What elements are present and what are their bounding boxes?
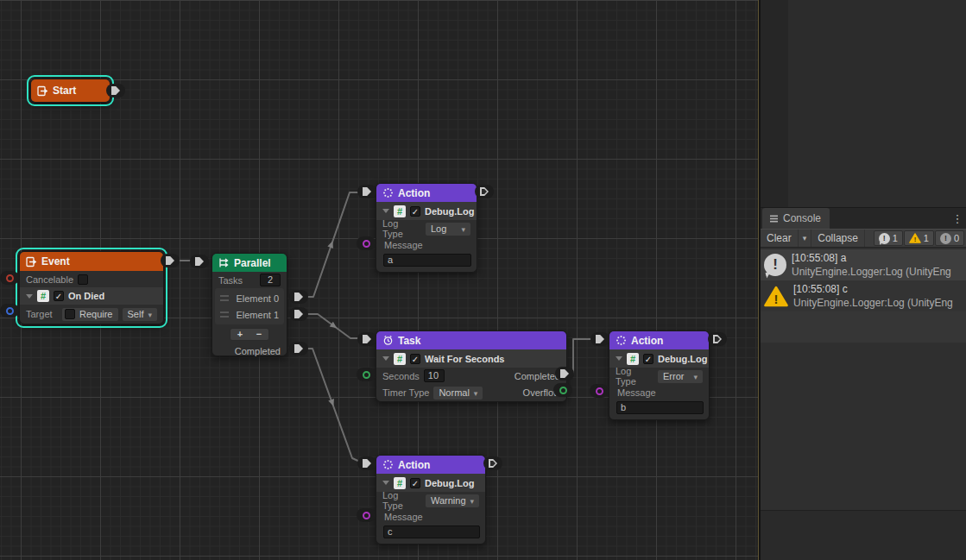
action-bottom-output-port[interactable] (483, 456, 502, 470)
action-node-top[interactable]: Action Debug.Log Log Type Log Message a (376, 183, 477, 273)
svg-text:!: ! (774, 293, 779, 306)
completed-label: Completed (515, 371, 560, 381)
clear-dropdown-icon[interactable] (799, 230, 812, 247)
console-detail-pane (761, 511, 966, 560)
graph-canvas[interactable]: Start Event Cancelable On Died (0, 0, 758, 560)
warning-icon: ! (909, 233, 921, 243)
task-overflow-port[interactable] (553, 383, 572, 397)
require-toggle[interactable]: Require (62, 308, 118, 321)
event-target-port[interactable] (0, 304, 19, 318)
task-list: Element 0 Element 1 (215, 288, 284, 324)
foldout-icon[interactable] (382, 209, 389, 213)
unity-editor: Start Event Cancelable On Died (0, 0, 966, 560)
panel-menu-icon[interactable] (949, 212, 966, 225)
cancelable-label: Cancelable (26, 274, 73, 285)
chevron-down-icon (470, 495, 475, 506)
wire-completed-action[interactable] (302, 349, 362, 462)
start-output-port[interactable] (106, 84, 125, 98)
log-entry[interactable]: [10:55:08] a UnityEngine.Logger:Log (Uni… (761, 249, 966, 280)
message-field[interactable]: c (383, 525, 480, 538)
clear-button[interactable]: Clear (761, 230, 799, 247)
message-label: Message (384, 240, 423, 250)
action-bottom-input-port[interactable] (357, 456, 376, 470)
right-panel-empty-area (761, 0, 966, 207)
action-top-input-port[interactable] (357, 185, 376, 198)
script-icon (394, 353, 406, 365)
collapse-button[interactable]: Collapse (811, 230, 865, 247)
node-title: Action (398, 187, 430, 199)
log-type-dropdown[interactable]: Log (426, 223, 470, 236)
foldout-icon[interactable] (616, 356, 622, 361)
chevron-down-icon (461, 223, 465, 234)
completed-label: Completed (235, 346, 281, 356)
handler-label: On Died (68, 291, 104, 301)
log-type-dropdown[interactable]: Error (658, 370, 703, 383)
foldout-icon[interactable] (26, 294, 33, 299)
handler-label: Wait For Seconds (425, 354, 505, 364)
seconds-field[interactable]: 10 (424, 369, 445, 382)
error-filter-toggle[interactable]: 0 (935, 230, 964, 246)
script-icon (394, 205, 406, 217)
message-field[interactable]: a (383, 254, 471, 267)
list-item[interactable]: Element 1 (215, 306, 284, 323)
remove-element-button[interactable]: − (256, 329, 262, 340)
message-field[interactable]: b (616, 401, 704, 414)
parallel-input-port[interactable] (190, 255, 209, 268)
list-item[interactable]: Element 0 (215, 290, 284, 306)
drag-handle-icon[interactable] (220, 295, 229, 301)
log-icon (764, 254, 786, 276)
handler-enabled-checkbox[interactable] (410, 478, 420, 488)
timer-type-dropdown[interactable]: Normal (433, 387, 483, 400)
node-title: Start (53, 85, 76, 97)
action-right-output-port[interactable] (708, 332, 727, 346)
add-element-button[interactable]: + (237, 329, 243, 340)
log-filter-toggle[interactable]: 1 (874, 230, 903, 246)
action-top-message-port[interactable] (357, 236, 376, 250)
handler-enabled-checkbox[interactable] (410, 206, 420, 217)
log-entry[interactable]: ! [10:55:08] c UnityEngine.Logger:Log (U… (761, 280, 966, 311)
task-seconds-port[interactable] (357, 368, 376, 381)
seconds-label: Seconds (382, 371, 420, 381)
parallel-completed-port[interactable] (289, 342, 308, 356)
log-type-label: Log Type (382, 490, 421, 511)
tab-console[interactable]: Console (762, 208, 830, 229)
target-mode-dropdown[interactable]: Self (123, 308, 158, 321)
script-icon (394, 477, 406, 489)
warning-icon: ! (764, 286, 788, 307)
foldout-icon[interactable] (382, 356, 389, 361)
event-output-port[interactable] (161, 254, 180, 267)
require-checkbox[interactable] (65, 309, 75, 319)
node-title: Event (41, 255, 70, 267)
chevron-down-icon (148, 309, 152, 319)
handler-enabled-checkbox[interactable] (54, 291, 64, 301)
action-bottom-message-port[interactable] (357, 508, 376, 522)
action-right-input-port[interactable] (590, 332, 609, 346)
task-input-port[interactable] (357, 332, 376, 346)
handler-enabled-checkbox[interactable] (643, 354, 653, 364)
parallel-node[interactable]: Parallel Tasks 2 Element 0 Element 1 + − (212, 253, 287, 356)
foldout-icon[interactable] (382, 481, 389, 485)
log-type-label: Log Type (616, 366, 653, 387)
event-node[interactable]: Event Cancelable On Died Target Require (19, 251, 164, 324)
log-type-dropdown[interactable]: Warning (426, 494, 479, 507)
element0-output-port[interactable] (289, 290, 308, 304)
chevron-down-icon (474, 387, 478, 398)
message-label: Message (384, 512, 423, 522)
action-right-message-port[interactable] (590, 384, 609, 398)
warning-filter-toggle[interactable]: ! 1 (904, 230, 934, 246)
action-node-bottom[interactable]: Action Debug.Log Log Type Warning Messag… (376, 455, 486, 544)
cancelable-checkbox[interactable] (78, 274, 88, 285)
element1-output-port[interactable] (289, 307, 308, 321)
tasks-count-field[interactable]: 2 (260, 274, 281, 286)
action-node-right[interactable]: Action Debug.Log Log Type Error Message … (609, 330, 710, 420)
handler-enabled-checkbox[interactable] (410, 354, 420, 364)
action-top-output-port[interactable] (475, 185, 494, 198)
event-cancel-port[interactable] (0, 271, 19, 285)
task-node[interactable]: Task Wait For Seconds Seconds 10 Complet… (376, 330, 567, 402)
start-node[interactable]: Start (30, 79, 110, 103)
task-completed-port[interactable] (555, 367, 574, 381)
node-title: Task (398, 335, 420, 347)
node-title: Action (631, 335, 663, 347)
drag-handle-icon[interactable] (220, 311, 229, 318)
script-icon (37, 290, 49, 302)
